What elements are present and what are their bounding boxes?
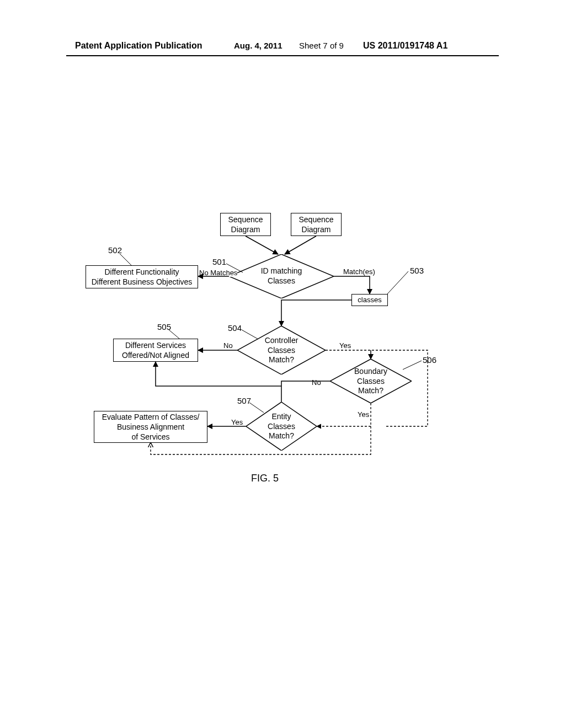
edge-label-no-504: No — [223, 341, 233, 350]
ref-501: 501 — [212, 257, 226, 266]
edge-label-yes-507: Yes — [231, 418, 243, 426]
header-rule — [66, 55, 499, 56]
ref-507: 507 — [237, 396, 251, 405]
ref-505: 505 — [157, 322, 171, 331]
figure-caption: FIG. 5 — [251, 473, 279, 484]
node-classes: classes — [351, 294, 388, 306]
label-entity-classes-match: EntityClassesMatch? — [246, 412, 317, 441]
svg-line-12 — [387, 271, 408, 294]
svg-line-10 — [120, 254, 131, 265]
ref-504: 504 — [228, 323, 242, 333]
ref-502: 502 — [108, 245, 122, 255]
ref-506: 506 — [423, 355, 436, 365]
edge-label-yes-504: Yes — [339, 341, 351, 350]
node-sequence-diagram-2: SequenceDiagram — [291, 213, 342, 236]
svg-line-5 — [285, 236, 316, 254]
node-different-functionality: Different FunctionalityDifferent Busines… — [86, 265, 198, 288]
node-different-services: Different ServicesOffered/Not Aligned — [113, 339, 198, 362]
node-sequence-diagram-1: SequenceDiagram — [220, 213, 271, 236]
edge-label-matches: Match(es) — [343, 267, 375, 276]
node-id-matching-classes: ID matchingClasses — [229, 254, 334, 298]
node-controller-classes-match: ControllerClassesMatch? — [237, 326, 326, 374]
ref-503: 503 — [410, 266, 424, 275]
node-evaluate-pattern: Evaluate Pattern of Classes/Business Ali… — [94, 411, 207, 443]
svg-line-4 — [246, 236, 278, 254]
label-boundary-classes-match: BoundaryClassesMatch? — [330, 367, 412, 396]
label-id-matching-classes: ID matchingClasses — [229, 266, 334, 286]
header-docnum: US 2011/0191748 A1 — [363, 41, 447, 51]
header-publication: Patent Application Publication — [75, 41, 202, 51]
header-sheet: Sheet 7 of 9 — [299, 41, 344, 50]
node-boundary-classes-match: BoundaryClassesMatch? — [330, 359, 412, 403]
edge-label-yes-506: Yes — [358, 410, 369, 419]
edge-label-no-matches: No Matches — [199, 269, 237, 277]
label-controller-classes-match: ControllerClassesMatch? — [237, 336, 326, 365]
edge-label-no-506: No — [312, 378, 321, 387]
node-entity-classes-match: EntityClassesMatch? — [246, 402, 317, 451]
page: Patent Application Publication Aug. 4, 2… — [0, 0, 565, 728]
header-date: Aug. 4, 2011 — [234, 41, 282, 50]
